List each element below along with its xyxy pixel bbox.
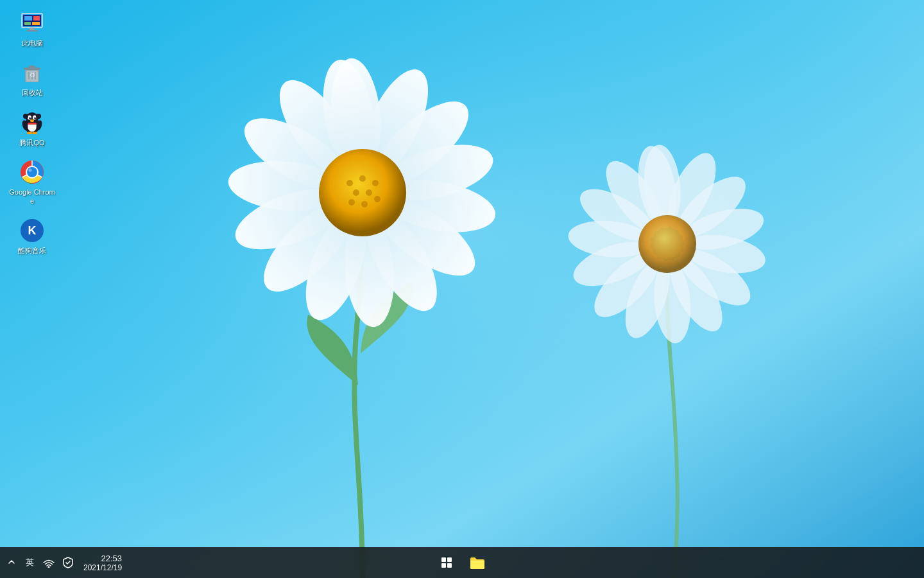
svg-point-24 bbox=[361, 201, 368, 207]
svg-point-81 bbox=[29, 168, 32, 171]
svg-rect-44 bbox=[24, 16, 32, 21]
svg-point-19 bbox=[359, 175, 366, 182]
computer-icon-label: 此电脑 bbox=[22, 39, 43, 48]
svg-rect-45 bbox=[33, 16, 40, 21]
language-indicator[interactable]: 英 bbox=[22, 555, 37, 570]
svg-point-67 bbox=[30, 119, 34, 122]
desktop-icon-kuwo[interactable]: K 酷狗音乐 bbox=[6, 214, 58, 259]
windows-logo-icon bbox=[441, 557, 452, 568]
svg-point-64 bbox=[34, 117, 37, 119]
svg-point-68 bbox=[23, 114, 28, 119]
svg-rect-47 bbox=[32, 22, 40, 25]
svg-rect-74 bbox=[28, 123, 37, 125]
show-hidden-icons-button[interactable] bbox=[5, 556, 18, 570]
qq-icon bbox=[19, 110, 45, 136]
desktop-icon-recycle[interactable]: ♻ 回收站 bbox=[6, 56, 58, 101]
clock-date: 2021/12/19 bbox=[83, 563, 122, 572]
svg-point-20 bbox=[372, 180, 379, 186]
kuwo-icon-label: 酷狗音乐 bbox=[18, 246, 46, 255]
svg-point-23 bbox=[348, 199, 355, 206]
desktop: 此电脑 ♻ bbox=[0, 0, 924, 578]
wallpaper bbox=[0, 0, 924, 578]
monitor-icon bbox=[19, 10, 45, 36]
svg-point-66 bbox=[35, 117, 36, 118]
chrome-icon-label: Google Chrome bbox=[9, 188, 55, 206]
network-icon-button[interactable] bbox=[41, 555, 56, 570]
chevron-up-icon bbox=[8, 558, 15, 566]
security-shield-icon bbox=[63, 557, 73, 568]
qq-icon-label: 腾讯QQ bbox=[19, 138, 44, 147]
svg-rect-48 bbox=[30, 28, 35, 30]
folder-icon bbox=[470, 556, 485, 570]
system-tray: 英 22:53 2021/12/ bbox=[5, 552, 126, 574]
taskbar-center bbox=[432, 548, 492, 577]
svg-point-21 bbox=[353, 189, 359, 196]
language-label: 英 bbox=[26, 557, 34, 568]
svg-point-60 bbox=[26, 112, 38, 124]
recycle-icon-label: 回收站 bbox=[22, 88, 43, 97]
security-icon-button[interactable] bbox=[60, 555, 76, 570]
svg-point-17 bbox=[319, 149, 406, 236]
svg-rect-52 bbox=[24, 67, 40, 70]
file-explorer-button[interactable] bbox=[463, 548, 492, 577]
recycle-icon: ♻ bbox=[19, 60, 45, 85]
svg-point-22 bbox=[366, 189, 372, 196]
clock-time: 22:53 bbox=[101, 554, 123, 563]
taskbar: 英 22:53 2021/12/ bbox=[0, 547, 924, 578]
svg-point-73 bbox=[32, 132, 37, 134]
kuwo-icon: K bbox=[19, 218, 45, 243]
desktop-icon-qq[interactable]: 腾讯QQ bbox=[6, 106, 58, 151]
svg-point-25 bbox=[374, 196, 381, 202]
desktop-icon-chrome[interactable]: Google Chrome bbox=[6, 155, 58, 210]
svg-point-65 bbox=[30, 117, 31, 118]
desktop-icons: 此电脑 ♻ bbox=[0, 0, 64, 578]
svg-text:♻: ♻ bbox=[30, 71, 35, 78]
svg-text:K: K bbox=[28, 224, 37, 237]
svg-point-63 bbox=[29, 117, 31, 119]
network-icon bbox=[43, 557, 55, 568]
svg-rect-53 bbox=[29, 66, 35, 67]
svg-rect-46 bbox=[24, 22, 31, 25]
svg-point-80 bbox=[27, 167, 37, 177]
clock-area[interactable]: 22:53 2021/12/19 bbox=[80, 552, 126, 574]
svg-rect-1 bbox=[0, 0, 924, 578]
svg-point-41 bbox=[638, 215, 696, 273]
svg-point-84 bbox=[48, 566, 50, 568]
start-button[interactable] bbox=[432, 548, 461, 577]
svg-point-18 bbox=[346, 180, 353, 186]
svg-point-69 bbox=[36, 114, 41, 119]
svg-rect-49 bbox=[26, 30, 38, 31]
desktop-icon-computer[interactable]: 此电脑 bbox=[6, 6, 58, 51]
chrome-icon bbox=[19, 159, 45, 185]
svg-point-72 bbox=[27, 132, 32, 134]
